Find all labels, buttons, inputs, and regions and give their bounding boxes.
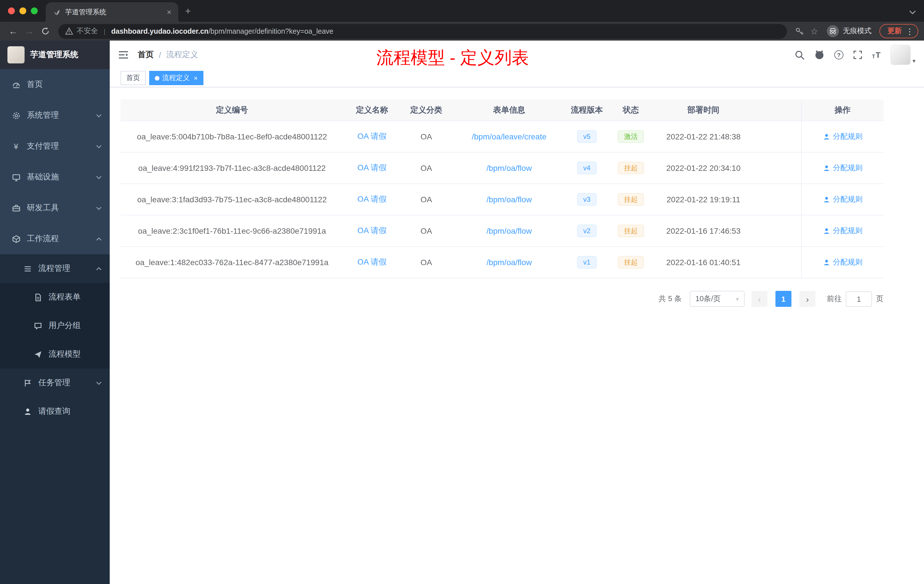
cell-deploy-time: 2022-01-22 21:48:38 <box>654 121 752 152</box>
col-definition-id: 定义编号 <box>120 99 343 120</box>
dashboard-icon <box>12 80 21 89</box>
sidebar-item-workflow[interactable]: 工作流程 <box>0 223 110 254</box>
incognito-profile-chip[interactable]: 无痕模式 <box>827 25 871 37</box>
monitor-icon <box>12 173 21 181</box>
minimize-window-button[interactable] <box>20 7 26 14</box>
table-row: oa_leave:4:991f2193-7b7f-11ec-a3c8-acde4… <box>120 153 883 184</box>
assign-rule-link[interactable]: 分配规则 <box>823 226 863 236</box>
sidebar-item-task-management[interactable]: 任务管理 <box>0 369 110 397</box>
zoom-window-button[interactable] <box>31 7 38 14</box>
forward-icon[interactable]: → <box>22 24 36 39</box>
prev-page-button[interactable]: ‹ <box>751 291 767 307</box>
sidebar-toggle-hamburger-icon[interactable] <box>118 50 129 59</box>
tag-close-icon[interactable]: × <box>194 74 198 82</box>
col-form-info: 表单信息 <box>452 99 566 120</box>
sidebar-item-process-management[interactable]: 流程管理 <box>0 254 110 283</box>
form-link[interactable]: /bpm/oa/flow <box>487 226 532 236</box>
font-size-icon[interactable]: TT <box>872 50 881 59</box>
github-icon[interactable] <box>814 50 825 60</box>
password-key-icon[interactable] <box>792 24 806 38</box>
logo-avatar <box>7 46 25 63</box>
tab-title: 芋道管理系统 <box>65 7 160 17</box>
fullscreen-icon[interactable] <box>853 50 862 59</box>
definition-name-link[interactable]: OA 请假 <box>357 257 387 267</box>
col-filler <box>752 99 801 120</box>
col-version: 流程版本 <box>566 99 607 120</box>
tags-view-bar: 首页 流程定义 × <box>110 69 924 87</box>
tab-search-chevron-icon[interactable] <box>909 10 916 15</box>
table-row: oa_leave:3:1fad3d93-7b75-11ec-a3c8-acde4… <box>120 184 883 215</box>
chevron-down-icon <box>96 206 102 210</box>
version-badge: v1 <box>577 256 597 269</box>
sidebar-item-process-model[interactable]: 流程模型 <box>0 340 110 369</box>
sidebar-item-dev-tools[interactable]: 研发工具 <box>0 193 110 223</box>
version-badge: v4 <box>577 162 597 174</box>
form-icon <box>33 293 42 302</box>
sidebar-item-leave-query[interactable]: 请假查询 <box>0 397 110 426</box>
definition-name-link[interactable]: OA 请假 <box>357 163 387 173</box>
new-tab-button[interactable]: + <box>185 6 191 17</box>
sidebar-item-infrastructure[interactable]: 基础设施 <box>0 162 110 193</box>
assign-rule-link[interactable]: 分配规则 <box>823 194 863 205</box>
tag-home[interactable]: 首页 <box>120 71 146 85</box>
form-link[interactable]: /bpm/oa/flow <box>487 258 532 267</box>
page-size-select[interactable]: 10条/页 ▾ <box>690 291 744 307</box>
sidebar-item-home[interactable]: 首页 <box>0 69 110 100</box>
col-definition-name: 定义名称 <box>343 99 401 120</box>
address-bar[interactable]: 不安全 | dashboard.yudao.iocoder.cn/bpm/man… <box>58 24 787 39</box>
reload-icon[interactable] <box>38 24 53 39</box>
sidebar-logo: 芋道管理系统 <box>0 41 110 69</box>
breadcrumb-home-link[interactable]: 首页 <box>138 50 154 60</box>
help-icon[interactable]: ? <box>834 50 843 59</box>
form-link[interactable]: /bpm/oa/flow <box>487 163 532 173</box>
status-badge: 挂起 <box>618 224 644 237</box>
table-row: oa_leave:2:3c1f0ef1-76b1-11ec-9c66-a2380… <box>120 215 883 247</box>
cell-category: OA <box>401 153 452 183</box>
col-status: 状态 <box>607 99 654 120</box>
breadcrumb-separator: / <box>159 50 161 59</box>
goto-page-input[interactable] <box>846 291 872 307</box>
sidebar-background <box>0 426 110 584</box>
status-badge: 挂起 <box>618 162 644 174</box>
form-link[interactable]: /bpm/oa/flow <box>487 195 532 204</box>
sidebar-item-payment[interactable]: ¥ 支付管理 <box>0 131 110 162</box>
sidebar-item-system[interactable]: 系统管理 <box>0 100 110 131</box>
user-avatar-menu[interactable]: ▾ <box>890 45 916 65</box>
definition-name-link[interactable]: OA 请假 <box>357 226 387 236</box>
tab-close-icon[interactable]: × <box>165 7 174 16</box>
close-window-button[interactable] <box>8 7 15 14</box>
browser-toolbar: ← → 不安全 | dashboard.yudao.iocoder.cn/bpm… <box>0 22 924 41</box>
next-page-button[interactable]: › <box>799 291 815 307</box>
search-icon[interactable] <box>795 50 805 60</box>
cell-deploy-time: 2022-01-22 20:34:10 <box>654 153 752 183</box>
chevron-down-icon <box>96 114 102 117</box>
cell-definition-id: oa_leave:4:991f2193-7b7f-11ec-a3c8-acde4… <box>120 153 343 183</box>
browser-tab[interactable]: 芋道管理系统 × <box>46 2 178 22</box>
cell-filler <box>752 121 801 152</box>
cell-definition-id: oa_leave:1:482ec033-762a-11ec-8477-a2380… <box>120 247 343 278</box>
logo-title: 芋道管理系统 <box>30 50 78 60</box>
tag-process-definition[interactable]: 流程定义 × <box>149 71 203 85</box>
assign-rule-link[interactable]: 分配规则 <box>823 132 863 142</box>
definition-name-link[interactable]: OA 请假 <box>357 194 387 205</box>
sidebar-item-user-group[interactable]: 用户分组 <box>0 312 110 340</box>
security-label[interactable]: 不安全 <box>77 26 98 36</box>
browser-menu-kebab-icon[interactable]: ⋮ <box>906 26 914 36</box>
back-icon[interactable]: ← <box>6 24 21 39</box>
definition-name-link[interactable]: OA 请假 <box>357 132 387 142</box>
assign-rule-link[interactable]: 分配规则 <box>823 163 863 173</box>
cell-deploy-time: 2022-01-16 17:46:53 <box>654 215 752 246</box>
version-badge: v3 <box>577 193 597 206</box>
address-divider: | <box>104 27 106 35</box>
window-controls <box>6 0 46 22</box>
bookmark-star-icon[interactable]: ☆ <box>807 24 821 38</box>
url-text[interactable]: dashboard.yudao.iocoder.cn/bpm/manager/d… <box>111 27 333 35</box>
assign-rule-link[interactable]: 分配规则 <box>823 257 863 267</box>
browser-update-button[interactable]: 更新 ⋮ <box>879 24 918 38</box>
col-deploy-time: 部署时间 <box>654 99 752 120</box>
chevron-down-icon <box>96 381 102 385</box>
page-number-button[interactable]: 1 <box>776 291 792 307</box>
form-link[interactable]: /bpm/oa/leave/create <box>472 132 546 141</box>
sidebar-item-process-form[interactable]: 流程表单 <box>0 283 110 312</box>
browser-tab-strip: 芋道管理系统 × + <box>0 0 924 22</box>
